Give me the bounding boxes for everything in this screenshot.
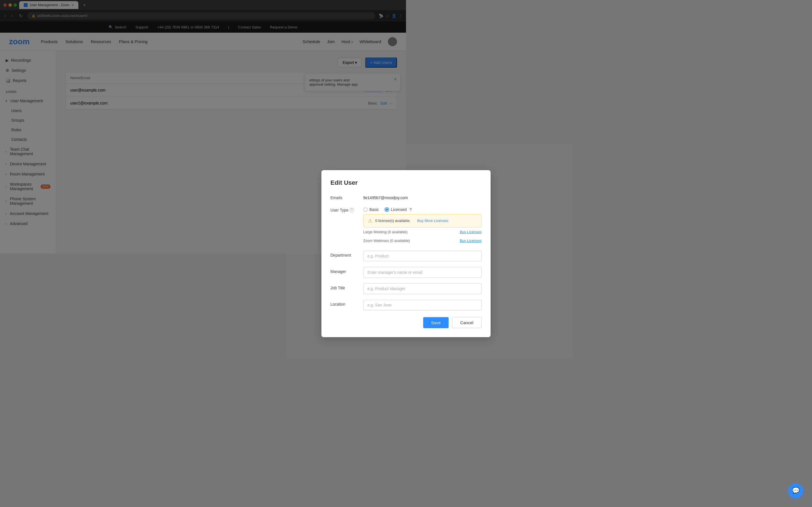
edit-user-modal: Edit User Emails 9e1495b7@moodjoy.com Us… bbox=[321, 170, 406, 254]
radio-basic-btn[interactable] bbox=[363, 207, 368, 212]
modal-title: Edit User bbox=[331, 179, 406, 186]
warning-icon: ⚠ bbox=[368, 218, 372, 224]
user-type-help-icon[interactable]: ? bbox=[350, 208, 354, 212]
email-label: Emails bbox=[331, 193, 359, 200]
warning-text: 0 license(s) available. bbox=[375, 219, 406, 223]
modal-overlay[interactable]: Edit User Emails 9e1495b7@moodjoy.com Us… bbox=[0, 0, 406, 253]
addon-webinars-label: Zoom Webinars (0 available) bbox=[363, 238, 406, 243]
warning-box: ⚠ 0 license(s) available. Buy More Licen… bbox=[363, 214, 406, 228]
radio-basic-label: Basic bbox=[369, 207, 379, 212]
addon-webinars: Zoom Webinars (0 available) Buy Licenses bbox=[363, 236, 406, 245]
department-row: Department bbox=[331, 251, 406, 254]
radio-licensed[interactable]: Licensed ? bbox=[385, 207, 406, 212]
radio-group: Basic Licensed ? bbox=[363, 206, 406, 212]
addon-large-meeting: Large Meeting (0 available) Buy Licenses bbox=[363, 228, 406, 236]
user-type-control: Basic Licensed ? ⚠ 0 license(s) availabl… bbox=[363, 206, 406, 245]
addon-large-meeting-label: Large Meeting (0 available) bbox=[363, 230, 406, 234]
user-type-row: User Type ? Basic Licensed ? bbox=[331, 206, 406, 245]
radio-licensed-label: Licensed bbox=[391, 207, 406, 212]
email-row: Emails 9e1495b7@moodjoy.com bbox=[331, 193, 406, 200]
radio-basic[interactable]: Basic bbox=[363, 207, 379, 212]
radio-licensed-btn[interactable] bbox=[385, 207, 389, 212]
user-type-label: User Type ? bbox=[331, 206, 359, 212]
department-input[interactable] bbox=[363, 251, 406, 254]
department-control bbox=[363, 251, 406, 254]
email-value: 9e1495b7@moodjoy.com bbox=[363, 193, 406, 200]
department-label: Department bbox=[331, 251, 359, 254]
